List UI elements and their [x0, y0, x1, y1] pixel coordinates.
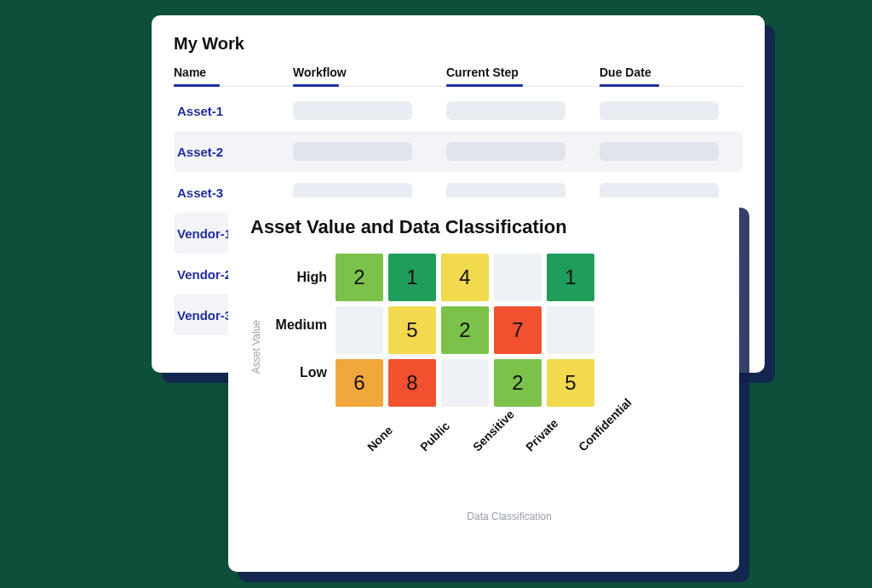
x-axis-label: Data Classification: [301, 511, 717, 522]
chart-area: Asset Value HighMediumLow 21415276825: [250, 254, 717, 407]
my-work-title: My Work: [174, 34, 743, 54]
row-name-link[interactable]: Asset-1: [174, 104, 293, 118]
placeholder: [600, 142, 719, 161]
column-current-step[interactable]: Current Step: [446, 66, 600, 86]
column-name[interactable]: Name: [174, 66, 293, 86]
table-row[interactable]: Asset-1: [174, 90, 743, 131]
heatmap-cell[interactable]: 1: [547, 254, 594, 301]
heatmap-cell[interactable]: [494, 254, 542, 301]
heatmap-cell[interactable]: 4: [441, 254, 489, 301]
heatmap-cell[interactable]: 8: [388, 359, 436, 407]
y-category-label: Low: [267, 349, 327, 397]
heatmap-cell[interactable]: 2: [336, 254, 383, 301]
column-workflow[interactable]: Workflow: [293, 66, 446, 86]
heatmap-cell[interactable]: [336, 306, 383, 354]
y-category-label: High: [267, 254, 327, 301]
placeholder: [293, 101, 412, 120]
heatmap-cell[interactable]: 5: [547, 359, 594, 407]
chart-title: Asset Value and Data Classification: [250, 216, 717, 238]
heatmap-cell[interactable]: 5: [388, 306, 436, 354]
placeholder: [600, 101, 719, 120]
placeholder: [446, 101, 565, 120]
heatmap-cell[interactable]: [547, 306, 594, 354]
y-category-label: Medium: [267, 301, 327, 349]
chart-card: Asset Value and Data Classification Asse…: [228, 197, 739, 572]
heatmap-cell[interactable]: 2: [441, 306, 489, 354]
y-categories: HighMediumLow: [267, 254, 327, 397]
row-name-link[interactable]: Asset-2: [174, 145, 293, 159]
placeholder: [293, 142, 412, 161]
placeholder: [446, 142, 565, 161]
heatmap-grid: 21415276825: [336, 254, 594, 407]
table-row[interactable]: Asset-2: [174, 131, 743, 172]
heatmap-cell[interactable]: 6: [336, 359, 383, 407]
heatmap-cell[interactable]: 7: [494, 306, 542, 354]
x-categories: NonePublicSensitivePrivateConfidential: [349, 417, 717, 468]
column-due-date[interactable]: Due Date: [600, 66, 753, 86]
heatmap-cell[interactable]: 2: [494, 359, 542, 407]
x-category-label: Confidential: [576, 410, 645, 480]
heatmap-cell[interactable]: 1: [388, 254, 436, 301]
y-axis-label: Asset Value: [250, 286, 262, 374]
heatmap-cell[interactable]: [441, 359, 489, 407]
table-header: Name Workflow Current Step Due Date: [174, 66, 743, 87]
